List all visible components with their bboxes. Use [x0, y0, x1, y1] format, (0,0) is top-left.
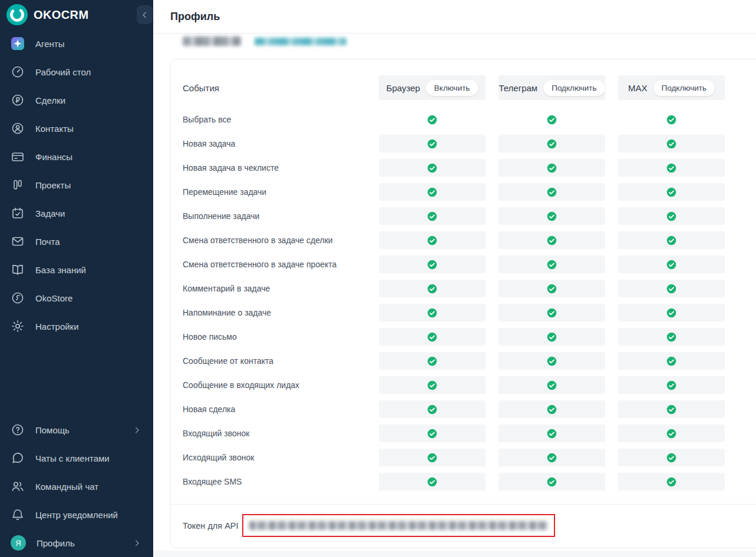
check-circle-icon [427, 308, 437, 318]
sidebar-item-notifications[interactable]: Центр уведомлений [0, 500, 153, 529]
notification-toggle-browser[interactable] [379, 135, 486, 152]
notification-toggle-browser[interactable] [379, 231, 486, 249]
notification-toggle-max[interactable] [618, 400, 725, 418]
api-token-row: Токен для API [171, 504, 756, 548]
page-background-strip [153, 551, 756, 557]
notification-toggle-telegram[interactable] [499, 280, 605, 297]
chevron-right-icon [133, 539, 141, 548]
notification-toggle-telegram[interactable] [499, 207, 605, 225]
notification-toggle-telegram[interactable] [499, 425, 605, 442]
notification-toggle-max[interactable] [618, 449, 725, 466]
sidebar-item-mail[interactable]: Почта [0, 227, 153, 256]
connect-browser-button[interactable]: Включить [426, 80, 478, 96]
notification-toggle-max[interactable] [618, 328, 725, 346]
notification-toggle-max[interactable] [618, 231, 725, 249]
notification-toggle-browser[interactable] [379, 473, 486, 490]
desktop-icon [11, 65, 25, 79]
check-circle-icon [427, 163, 437, 173]
event-row: Смена ответственного в задаче проекта [183, 256, 756, 273]
channel-name-max: MAX [628, 83, 648, 93]
sidebar-item-settings[interactable]: Настройки [0, 312, 153, 340]
notification-toggle-max[interactable] [618, 207, 725, 225]
notification-toggle-max[interactable] [618, 256, 725, 273]
event-row: Напоминание о задаче [183, 304, 756, 321]
avatar: Я [11, 535, 26, 551]
connect-max-button[interactable]: Подключить [653, 80, 715, 96]
notification-toggle-telegram[interactable] [499, 135, 605, 152]
notification-toggle-browser[interactable] [379, 449, 486, 466]
notification-toggle-max[interactable] [618, 425, 725, 442]
sidebar-item-profile[interactable]: ЯПрофиль [0, 529, 153, 557]
notification-toggle-telegram[interactable] [499, 183, 605, 201]
event-row: Исходящий звонок [183, 449, 756, 466]
check-circle-icon [427, 260, 437, 270]
sidebar-item-label: База знаний [35, 265, 141, 275]
notification-toggle-max[interactable] [618, 111, 725, 128]
notification-toggle-browser[interactable] [379, 280, 486, 297]
check-circle-icon [547, 356, 557, 366]
notification-toggle-browser[interactable] [379, 207, 486, 225]
sidebar-item-deals[interactable]: Сделки [0, 86, 153, 114]
notification-toggle-telegram[interactable] [499, 376, 605, 394]
check-circle-icon [547, 115, 557, 125]
notification-toggle-browser[interactable] [379, 304, 486, 321]
redacted-api-token [249, 521, 548, 530]
sidebar-item-projects[interactable]: Проекты [0, 171, 153, 199]
check-circle-icon [666, 477, 676, 487]
sidebar-item-label: Чаты с клиентами [35, 453, 141, 463]
sidebar-item-agents[interactable]: Агенты [0, 29, 153, 58]
notification-toggle-browser[interactable] [379, 159, 486, 177]
notification-toggle-telegram[interactable] [499, 256, 605, 273]
sidebar-item-label: OkoStore [35, 293, 141, 303]
logo-row: OKOCRM [0, 0, 153, 29]
notification-toggle-telegram[interactable] [499, 449, 605, 466]
check-circle-icon [666, 236, 676, 246]
sidebar-item-finance[interactable]: Финансы [0, 142, 153, 171]
notification-toggle-telegram[interactable] [499, 304, 605, 321]
notification-toggle-max[interactable] [618, 183, 725, 201]
sidebar-item-help[interactable]: Помощь [0, 416, 153, 444]
sidebar-item-knowledge[interactable]: База знаний [0, 256, 153, 284]
channel-name-browser: Браузер [387, 83, 420, 93]
notification-toggle-browser[interactable] [379, 352, 486, 370]
notification-toggle-telegram[interactable] [499, 159, 605, 177]
notification-toggle-browser[interactable] [379, 111, 486, 128]
notification-toggle-max[interactable] [618, 280, 725, 297]
redacted-profile-link[interactable] [255, 38, 346, 45]
check-circle-icon [427, 477, 437, 487]
notification-toggle-browser[interactable] [379, 183, 486, 201]
channel-header-telegram: ТелеграмПодключить [499, 75, 605, 100]
notification-toggle-telegram[interactable] [499, 231, 605, 249]
notification-toggle-telegram[interactable] [499, 352, 605, 370]
notification-toggle-max[interactable] [618, 135, 725, 152]
notification-toggle-max[interactable] [618, 376, 725, 394]
event-label: Исходящий звонок [183, 453, 366, 462]
event-row: Комментарий в задаче [183, 280, 756, 297]
sidebar-collapse-button[interactable] [137, 5, 153, 24]
profile-info-redacted [170, 34, 756, 59]
notification-toggle-browser[interactable] [379, 328, 486, 346]
event-row: Новая сделка [183, 400, 756, 418]
sidebar-item-client-chats[interactable]: Чаты с клиентами [0, 444, 153, 472]
notification-toggle-telegram[interactable] [499, 473, 605, 490]
sidebar-item-okostore[interactable]: OkoStore [0, 284, 153, 312]
notification-toggle-browser[interactable] [379, 256, 486, 273]
notification-toggle-max[interactable] [618, 159, 725, 177]
sidebar-item-team-chat[interactable]: Командный чат [0, 472, 153, 500]
sidebar-item-tasks[interactable]: Задачи [0, 199, 153, 227]
notification-toggle-telegram[interactable] [499, 111, 605, 128]
event-row: Сообщение в входящих лидах [183, 376, 756, 394]
notification-toggle-max[interactable] [618, 352, 725, 370]
notification-toggle-max[interactable] [618, 304, 725, 321]
notification-toggle-telegram[interactable] [499, 400, 605, 418]
notification-toggle-max[interactable] [618, 473, 725, 490]
connect-telegram-button[interactable]: Подключить [543, 80, 605, 96]
notification-toggle-browser[interactable] [379, 400, 486, 418]
notification-toggle-browser[interactable] [379, 376, 486, 394]
notification-toggle-browser[interactable] [379, 425, 486, 442]
sidebar-item-desktop[interactable]: Рабочий стол [0, 58, 153, 86]
sidebar-item-contacts[interactable]: Контакты [0, 114, 153, 142]
sidebar-item-label: Помощь [35, 425, 122, 435]
notification-toggle-telegram[interactable] [499, 328, 605, 346]
contacts-icon [11, 121, 25, 135]
